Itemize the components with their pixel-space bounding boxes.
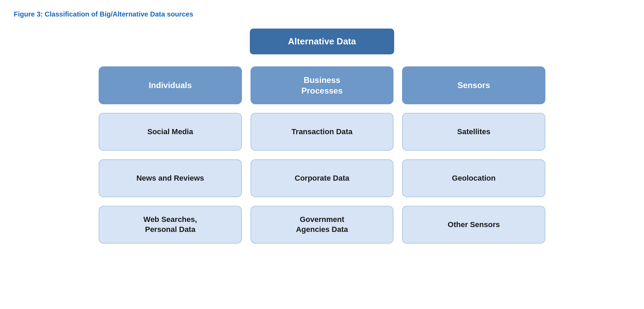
box-geolocation: Geolocation: [402, 159, 545, 197]
box-news-and-reviews: News and Reviews: [99, 159, 242, 197]
box-satellites: Satellites: [402, 113, 545, 151]
item-row-3: News and Reviews Corporate Data Geolocat…: [99, 159, 545, 197]
item-row-2: Social Media Transaction Data Satellites: [99, 113, 545, 151]
diagram-container: Alternative Data Individuals BusinessPro…: [14, 29, 630, 244]
box-individuals: Individuals: [99, 66, 242, 104]
box-social-media: Social Media: [99, 113, 242, 151]
top-node-box: Alternative Data: [250, 29, 394, 54]
figure-title-text: Figure 3: Classification of Big/Alternat…: [14, 10, 630, 18]
box-business-processes: BusinessProcesses: [251, 66, 394, 104]
box-government-agencies: GovernmentAgencies Data: [251, 206, 394, 244]
box-corporate-data: Corporate Data: [251, 159, 394, 197]
item-row-4: Web Searches,Personal Data GovernmentAge…: [99, 206, 545, 244]
box-transaction-data: Transaction Data: [251, 113, 394, 151]
box-web-searches: Web Searches,Personal Data: [99, 206, 242, 244]
category-row: Individuals BusinessProcesses Sensors: [99, 66, 545, 104]
box-sensors: Sensors: [402, 66, 545, 104]
box-other-sensors: Other Sensors: [402, 206, 545, 244]
